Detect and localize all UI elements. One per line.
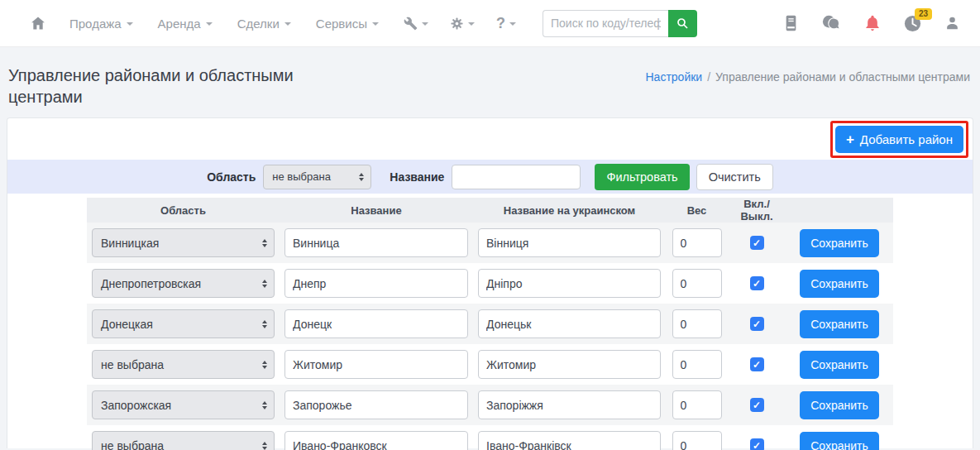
question-icon: ? bbox=[496, 15, 505, 32]
nav-right-icons: 23 bbox=[784, 14, 960, 33]
row-enabled-checkbox[interactable] bbox=[750, 398, 764, 412]
row-name-input[interactable] bbox=[284, 228, 468, 257]
row-name-input[interactable] bbox=[284, 431, 468, 450]
row-name-ua-input[interactable] bbox=[478, 309, 661, 338]
header-name-ua: Название на украинском bbox=[473, 204, 666, 217]
row-save-button[interactable]: Сохранить bbox=[800, 310, 879, 338]
row-save-button[interactable]: Сохранить bbox=[800, 270, 879, 298]
add-district-button[interactable]: + Добавить район bbox=[835, 126, 963, 153]
row-name-ua-input[interactable] bbox=[478, 431, 661, 450]
row-region-value: Донецкая bbox=[101, 318, 153, 331]
row-region-select[interactable]: Запорожская bbox=[92, 390, 275, 419]
breadcrumb-separator: / bbox=[707, 70, 710, 84]
filter-bar: Область не выбрана Название Фильтровать … bbox=[7, 160, 973, 194]
page-head: Управление районами и областными центрам… bbox=[0, 47, 980, 108]
row-region-select[interactable]: не выбрана bbox=[92, 431, 275, 450]
search-button[interactable] bbox=[668, 10, 697, 37]
chevron-down-icon bbox=[284, 22, 291, 26]
chevron-down-icon bbox=[372, 22, 379, 26]
recent-activity-button[interactable]: 23 bbox=[903, 14, 922, 33]
row-name-input[interactable] bbox=[284, 390, 468, 419]
select-arrows-icon bbox=[262, 401, 267, 409]
breadcrumb-current: Управление районами и областными центрам… bbox=[715, 70, 970, 84]
row-weight-input[interactable] bbox=[672, 431, 722, 450]
row-weight-input[interactable] bbox=[672, 269, 722, 298]
row-save-button[interactable]: Сохранить bbox=[800, 351, 879, 379]
row-name-ua-input[interactable] bbox=[478, 228, 661, 257]
search-input[interactable] bbox=[543, 10, 668, 37]
row-region-value: не выбрана bbox=[101, 358, 164, 371]
table-row: Донецкая Сохранить bbox=[87, 304, 893, 344]
help-menu[interactable]: ? bbox=[496, 15, 516, 32]
table-row: не выбрана Сохранить bbox=[87, 344, 893, 385]
select-arrows-icon bbox=[262, 239, 267, 247]
row-name-input[interactable] bbox=[284, 309, 468, 338]
name-filter-input[interactable] bbox=[452, 165, 581, 189]
wrench-icon bbox=[404, 17, 418, 31]
search-icon bbox=[676, 17, 689, 30]
journal-icon[interactable] bbox=[784, 15, 798, 31]
row-enabled-checkbox[interactable] bbox=[750, 317, 764, 331]
row-save-button[interactable]: Сохранить bbox=[800, 432, 879, 450]
row-enabled-checkbox[interactable] bbox=[750, 438, 764, 450]
nav-item-3[interactable]: Сервисы bbox=[316, 17, 379, 31]
select-arrows-icon bbox=[359, 173, 364, 181]
home-icon[interactable] bbox=[30, 15, 46, 31]
chevron-down-icon bbox=[509, 22, 516, 26]
row-region-select[interactable]: Винницкая bbox=[92, 228, 275, 257]
table-body: Винницкая Сохранить Днепропетровская Сох… bbox=[87, 223, 893, 450]
toolbar: + Добавить район bbox=[7, 118, 973, 160]
chevron-down-icon bbox=[206, 22, 213, 26]
tools-menu[interactable] bbox=[404, 17, 428, 31]
red-highlight-annotation: + Добавить район bbox=[830, 121, 968, 158]
row-enabled-checkbox[interactable] bbox=[750, 236, 764, 250]
row-name-ua-input[interactable] bbox=[478, 269, 661, 298]
search-group bbox=[543, 10, 697, 37]
row-save-button[interactable]: Сохранить bbox=[800, 229, 879, 257]
row-region-select[interactable]: Днепропетровская bbox=[92, 269, 275, 298]
row-region-select[interactable]: Донецкая bbox=[92, 309, 275, 338]
select-arrows-icon bbox=[262, 280, 267, 288]
chat-icon[interactable] bbox=[820, 14, 842, 32]
region-filter-value: не выбрана bbox=[272, 170, 331, 183]
row-weight-input[interactable] bbox=[672, 228, 722, 257]
nav-item-0[interactable]: Продажа bbox=[69, 17, 133, 31]
row-save-button[interactable]: Сохранить bbox=[800, 391, 879, 419]
districts-table: Область Название Название на украинском … bbox=[87, 198, 893, 450]
header-enabled: Вкл./Выкл. bbox=[728, 198, 786, 223]
row-weight-input[interactable] bbox=[672, 390, 722, 419]
row-enabled-checkbox[interactable] bbox=[750, 276, 764, 290]
clear-button[interactable]: Очистить bbox=[696, 164, 773, 190]
row-name-input[interactable] bbox=[284, 269, 468, 298]
header-weight: Вес bbox=[666, 204, 728, 217]
user-icon[interactable] bbox=[944, 15, 960, 31]
row-name-ua-input[interactable] bbox=[478, 390, 661, 419]
region-filter-select[interactable]: не выбрана bbox=[263, 165, 371, 189]
row-enabled-checkbox[interactable] bbox=[750, 357, 764, 371]
table-row: Винницкая Сохранить bbox=[87, 223, 893, 263]
plus-icon: + bbox=[846, 132, 854, 146]
nav-item-2[interactable]: Сделки bbox=[237, 17, 291, 31]
bell-icon[interactable] bbox=[864, 14, 881, 32]
row-region-value: Днепропетровская bbox=[101, 277, 201, 290]
row-name-input[interactable] bbox=[284, 350, 468, 379]
row-weight-input[interactable] bbox=[672, 309, 722, 338]
notification-badge: 23 bbox=[915, 8, 932, 20]
region-filter-label: Область bbox=[207, 170, 256, 184]
filter-button[interactable]: Фильтровать bbox=[595, 164, 689, 190]
select-arrows-icon bbox=[262, 442, 267, 450]
chevron-down-icon bbox=[468, 22, 475, 26]
breadcrumb-link-settings[interactable]: Настройки bbox=[646, 70, 703, 84]
row-weight-input[interactable] bbox=[672, 350, 722, 379]
chevron-down-icon bbox=[127, 22, 133, 26]
row-name-ua-input[interactable] bbox=[478, 350, 661, 379]
page-title: Управление районами и областными центрам… bbox=[8, 65, 364, 108]
row-region-value: Запорожская bbox=[101, 399, 171, 412]
breadcrumb: Настройки/Управление районами и областны… bbox=[646, 70, 971, 84]
nav-item-1[interactable]: Аренда bbox=[158, 17, 213, 31]
settings-menu[interactable] bbox=[450, 17, 475, 31]
table-header: Область Название Название на украинском … bbox=[87, 198, 893, 223]
row-region-value: Винницкая bbox=[101, 237, 159, 250]
row-region-select[interactable]: не выбрана bbox=[92, 350, 275, 379]
table-row: не выбрана Сохранить bbox=[87, 425, 893, 450]
